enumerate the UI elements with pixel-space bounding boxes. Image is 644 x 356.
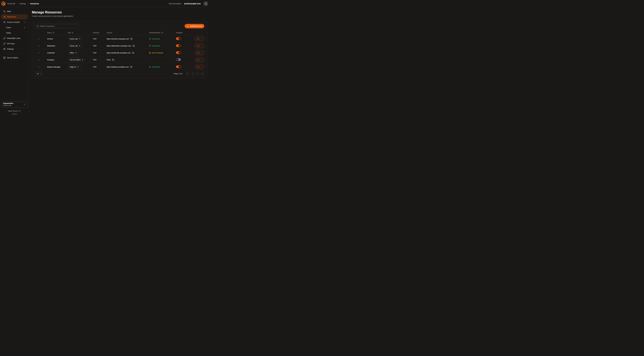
sidebar-item-settings[interactable]: Settings xyxy=(1,46,28,52)
breadcrumb-separator-icon xyxy=(27,3,29,4)
documentation-link[interactable]: Documentation xyxy=(168,2,181,5)
org-selector-title: Organization xyxy=(3,102,13,104)
table-row: ⋯ Authentik Office TCP https://authentik… xyxy=(35,50,204,56)
sidebar-item-sites[interactable]: Sites xyxy=(1,9,28,14)
site-link[interactable]: Office xyxy=(68,51,79,55)
copy-icon[interactable] xyxy=(130,38,133,40)
avatar[interactable]: J xyxy=(204,2,208,6)
resource-protocol: TCP xyxy=(93,59,106,61)
edit-button[interactable]: Edit xyxy=(194,37,204,41)
org-selector[interactable]: Organization Home Lab xyxy=(1,101,28,108)
column-header-authentication[interactable]: Authentication xyxy=(149,32,176,34)
auth-status-label: Protected xyxy=(152,45,160,47)
chevron-left-icon xyxy=(192,72,194,74)
sort-icon xyxy=(53,32,54,34)
pagination: 20 Page 1 of 1 xyxy=(35,72,204,76)
page-title: Manage Resources xyxy=(32,10,208,14)
site-link[interactable]: Home Lab xyxy=(68,37,82,41)
main-content: Manage Resources Create secure proxies t… xyxy=(29,8,210,116)
enabled-toggle[interactable] xyxy=(176,44,181,47)
open-source-link[interactable]: Open Source xyxy=(1,110,28,112)
first-page-button[interactable] xyxy=(186,72,190,76)
page-info: Page 1 of 1 xyxy=(174,72,183,75)
copy-icon[interactable] xyxy=(132,44,135,47)
column-header-enabled: Enabled xyxy=(176,32,191,34)
column-header-site[interactable]: Site xyxy=(68,32,93,34)
edit-button[interactable]: Edit xyxy=(194,58,204,62)
edit-button[interactable]: Edit xyxy=(194,44,204,48)
sidebar-item-api-keys[interactable]: API Keys xyxy=(1,41,28,46)
add-resource-button[interactable]: Add Resource xyxy=(184,24,204,28)
enabled-toggle[interactable] xyxy=(176,58,181,61)
auth-status: Protected xyxy=(149,66,176,68)
chevrons-right-icon xyxy=(202,72,204,74)
site-link[interactable]: Second Office xyxy=(68,58,85,62)
sidebar-item-roles[interactable]: Roles xyxy=(1,30,28,36)
sidebar-item-users[interactable]: Users xyxy=(1,25,28,30)
table-row: ⋯ Immich Home Lab TCP https://immich.exa… xyxy=(35,36,204,42)
shield-off-icon xyxy=(149,52,151,54)
waypoints-icon xyxy=(3,16,6,18)
topbar: home-lab settings resources Documentatio… xyxy=(0,0,210,8)
sidebar-item-shareable-links[interactable]: Shareable Links xyxy=(1,36,28,41)
sidebar-item-server-admin[interactable]: Server Admin xyxy=(1,55,28,60)
row-actions-button[interactable]: ⋯ xyxy=(37,44,40,47)
auth-status: Protected xyxy=(149,38,176,40)
copy-icon[interactable] xyxy=(130,66,132,68)
arrow-up-right-icon xyxy=(77,66,79,68)
resource-protocol: TCP xyxy=(93,38,106,40)
table-header: Name Site Protocol xyxy=(35,30,204,36)
auth-status-label: Not Protected xyxy=(152,52,163,54)
row-actions-button[interactable]: ⋯ xyxy=(37,38,40,40)
column-header-name[interactable]: Name xyxy=(45,32,68,34)
arrow-up-right-icon xyxy=(82,59,83,61)
resource-access-url: https://immich.example.com xyxy=(106,38,129,40)
auth-status-label: - xyxy=(149,59,150,61)
chevron-down-icon xyxy=(40,73,42,74)
next-page-button[interactable] xyxy=(196,72,199,76)
breadcrumb-settings[interactable]: settings xyxy=(19,2,26,5)
site-link[interactable]: Edge 01 xyxy=(68,65,81,69)
sidebar-item-label: Sites xyxy=(7,10,11,12)
search-icon xyxy=(37,25,39,27)
sidebar-item-access-control[interactable]: Access Control xyxy=(1,20,28,25)
last-page-button[interactable] xyxy=(200,72,204,76)
page-subtitle: Create secure proxies to your private ap… xyxy=(32,15,208,17)
breadcrumb-org[interactable]: home-lab xyxy=(8,2,15,5)
copy-icon[interactable] xyxy=(132,52,134,54)
site-link[interactable]: Home Lab xyxy=(68,44,82,48)
sidebar-item-label: Shareable Links xyxy=(7,37,20,39)
org-selector-value: Home Lab xyxy=(3,104,13,107)
previous-page-button[interactable] xyxy=(190,72,194,76)
row-actions-button[interactable]: ⋯ xyxy=(37,52,40,54)
row-actions-button[interactable]: ⋯ xyxy=(37,58,40,61)
enabled-toggle[interactable] xyxy=(176,65,181,68)
arrow-up-right-icon xyxy=(79,45,80,47)
edit-button[interactable]: Edit xyxy=(194,51,204,55)
arrow-right-icon xyxy=(200,38,202,40)
edit-button[interactable]: Edit xyxy=(194,65,204,69)
chevron-right-icon xyxy=(196,72,198,74)
arrow-right-icon xyxy=(200,66,202,68)
column-header-protocol: Protocol xyxy=(93,32,106,34)
chevrons-left-icon xyxy=(186,72,188,74)
arrow-up-right-icon xyxy=(75,52,77,54)
enabled-toggle[interactable] xyxy=(176,51,181,54)
copy-icon[interactable] xyxy=(112,58,114,61)
resources-table: Name Site Protocol xyxy=(35,30,204,70)
row-actions-button[interactable]: ⋯ xyxy=(37,66,40,68)
sidebar-item-resources[interactable]: Resources xyxy=(1,14,28,19)
breadcrumb-separator-icon xyxy=(16,3,18,4)
chevron-right-icon xyxy=(24,26,26,28)
shield-check-icon xyxy=(149,45,151,47)
resource-name: Postgres xyxy=(45,59,68,61)
search-input[interactable] xyxy=(40,25,77,27)
shield-check-icon xyxy=(149,66,151,68)
app-version: v1.3.0 xyxy=(1,113,28,115)
shield-check-icon xyxy=(149,38,151,40)
page-size-select[interactable]: 20 xyxy=(35,72,43,76)
enabled-toggle[interactable] xyxy=(176,37,181,40)
external-link-icon xyxy=(19,110,21,112)
resource-access-url: https://battery.example.com xyxy=(106,66,129,68)
sidebar-item-label: Server Admin xyxy=(7,57,18,59)
